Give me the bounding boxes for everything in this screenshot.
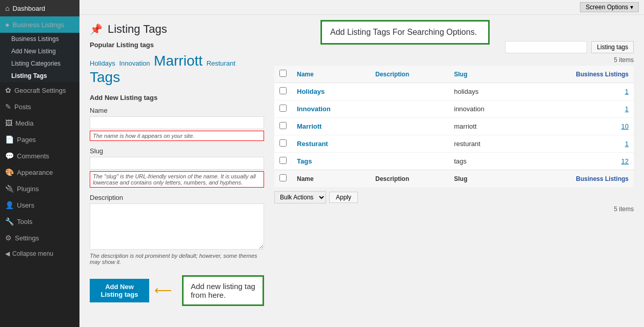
posts-icon: ✎ bbox=[5, 103, 11, 111]
sidebar-item-users[interactable]: 👤 Users bbox=[0, 197, 79, 213]
tag-innovation[interactable]: Innovation bbox=[119, 59, 150, 67]
sidebar-sub-add-new[interactable]: Add New Listing bbox=[0, 45, 79, 57]
dashboard-icon: ⌂ bbox=[5, 4, 9, 12]
sidebar-item-pages[interactable]: 📄 Pages bbox=[0, 131, 79, 148]
tag-marriott[interactable]: Marriott bbox=[154, 53, 203, 69]
listing-tags-search-button[interactable]: Listing tags bbox=[591, 41, 634, 53]
page-title: Listing Tags bbox=[108, 23, 167, 36]
row-checkbox-cell bbox=[274, 83, 292, 100]
desc-textarea[interactable] bbox=[90, 203, 264, 250]
table-body: Holidays holidays 1 Innovation innovatio… bbox=[274, 83, 634, 170]
row-checkbox-cell bbox=[274, 135, 292, 153]
slug-input[interactable] bbox=[90, 157, 264, 170]
sidebar-item-plugins[interactable]: 🔌 Plugins bbox=[0, 180, 79, 197]
sidebar-item-posts[interactable]: ✎ Posts bbox=[0, 98, 79, 115]
popular-tags-title: Popular Listing tags bbox=[90, 41, 264, 49]
right-col: Listing tags 5 items Name Description Sl… bbox=[274, 41, 634, 306]
name-field-group: Name The name is how it appears on your … bbox=[90, 107, 264, 141]
sidebar-sub-business-listings[interactable]: Business Listings bbox=[0, 33, 79, 45]
row-name: Holidays bbox=[292, 83, 370, 100]
add-new-listing-tags-button[interactable]: Add New Listing tags bbox=[90, 279, 149, 302]
col-name-footer: Name bbox=[292, 170, 370, 188]
row-description bbox=[370, 153, 449, 170]
sidebar-item-business-listings[interactable]: ● Business Listings bbox=[0, 16, 79, 33]
row-description bbox=[370, 135, 449, 153]
tag-resturant[interactable]: Resturant bbox=[207, 59, 235, 67]
bulk-actions-select[interactable]: Bulk Actions bbox=[274, 191, 326, 203]
business-listings-icon: ● bbox=[5, 21, 9, 29]
form-section-title: Add New Listing tags bbox=[90, 94, 264, 101]
sidebar-sub-listing-categories[interactable]: Listing Categories bbox=[0, 57, 79, 70]
row-checkbox-cell bbox=[274, 118, 292, 135]
slug-hint: The "slug" is the URL-friendly version o… bbox=[90, 171, 264, 188]
table-header-row: Name Description Slug Business Listings bbox=[274, 66, 634, 83]
desc-hint: The description is not prominent by defa… bbox=[90, 253, 264, 265]
arrow-icon: ⟵ bbox=[154, 283, 172, 298]
add-btn-row: Add New Listing tags ⟵ Add new listing t… bbox=[90, 275, 264, 306]
appearance-icon: 🎨 bbox=[5, 168, 14, 176]
tag-holidays[interactable]: Holidays bbox=[90, 59, 115, 67]
left-col: Popular Listing tags Holidays Innovation… bbox=[90, 41, 264, 306]
settings-icon: ⚙ bbox=[5, 234, 12, 242]
tag-tags[interactable]: Tags bbox=[90, 69, 120, 85]
select-all-footer bbox=[274, 170, 292, 188]
sidebar-submenu-business: Business Listings Add New Listing Listin… bbox=[0, 33, 79, 82]
bulk-actions-row: Bulk Actions Apply bbox=[274, 191, 634, 203]
media-icon: 🖼 bbox=[5, 119, 12, 127]
collapse-menu[interactable]: ◀ Collapse menu bbox=[0, 246, 79, 261]
row-checkbox[interactable] bbox=[279, 139, 287, 147]
row-slug: resturant bbox=[449, 135, 521, 153]
row-checkbox[interactable] bbox=[279, 157, 287, 164]
pages-icon: 📄 bbox=[5, 135, 14, 144]
row-checkbox[interactable] bbox=[279, 87, 287, 94]
row-slug: marriott bbox=[449, 118, 521, 135]
col-slug-header: Slug bbox=[449, 66, 521, 83]
row-checkbox[interactable] bbox=[279, 105, 287, 112]
row-checkbox-cell bbox=[274, 100, 292, 118]
topbar: Screen Options ▾ bbox=[79, 0, 644, 15]
desc-field-group: Description The description is not promi… bbox=[90, 194, 264, 265]
sidebar-item-media[interactable]: 🖼 Media bbox=[0, 115, 79, 131]
col-slug-footer: Slug bbox=[449, 170, 521, 188]
row-name: Marriott bbox=[292, 118, 370, 135]
popular-tags-section: Popular Listing tags Holidays Innovation… bbox=[90, 41, 264, 86]
comments-icon: 💬 bbox=[5, 152, 14, 160]
popular-tags-list: Holidays Innovation Marriott Resturant T… bbox=[90, 53, 264, 86]
select-all-checkbox[interactable] bbox=[279, 70, 287, 77]
row-slug: holidays bbox=[449, 83, 521, 100]
row-slug: innovation bbox=[449, 100, 521, 118]
table-row: Holidays holidays 1 bbox=[274, 83, 634, 100]
table-search-input[interactable] bbox=[505, 41, 587, 53]
col-name-header: Name bbox=[292, 66, 370, 83]
row-checkbox[interactable] bbox=[279, 122, 287, 129]
plugins-icon: 🔌 bbox=[5, 185, 14, 193]
col-biz-footer: Business Listings bbox=[521, 170, 634, 188]
sidebar-sub-listing-tags[interactable]: Listing Tags bbox=[0, 70, 79, 82]
screen-options-button[interactable]: Screen Options ▾ bbox=[580, 2, 639, 12]
row-business-count: 12 bbox=[521, 153, 634, 170]
slug-label: Slug bbox=[90, 147, 264, 155]
row-description bbox=[370, 118, 449, 135]
sidebar-item-appearance[interactable]: 🎨 Appearance bbox=[0, 164, 79, 180]
listing-tags-icon: 📌 bbox=[90, 23, 103, 35]
items-count-top: 5 items bbox=[274, 56, 634, 64]
row-slug: tags bbox=[449, 153, 521, 170]
sidebar-item-tools[interactable]: 🔧 Tools bbox=[0, 213, 79, 230]
sidebar-item-geocraft[interactable]: ✿ Geocraft Settings bbox=[0, 82, 79, 98]
select-all-footer-checkbox[interactable] bbox=[279, 174, 287, 181]
name-input[interactable] bbox=[90, 116, 264, 129]
main-content: Screen Options ▾ 📌 Listing Tags Add List… bbox=[79, 0, 644, 327]
tooltip-box-top: Add Listing Tags For Searching Options. bbox=[320, 20, 490, 45]
items-count-bottom: 5 items bbox=[274, 206, 634, 213]
add-btn-tooltip: Add new listing tag from here. bbox=[182, 275, 264, 306]
table-footer-row: Name Description Slug Business Listings bbox=[274, 170, 634, 188]
name-hint: The name is how it appears on your site. bbox=[90, 131, 264, 141]
sidebar-item-dashboard[interactable]: ⌂ Dashboard bbox=[0, 0, 79, 16]
row-checkbox-cell bbox=[274, 153, 292, 170]
apply-button[interactable]: Apply bbox=[329, 192, 358, 203]
sidebar-item-settings[interactable]: ⚙ Settings bbox=[0, 230, 79, 246]
sidebar-item-comments[interactable]: 💬 Comments bbox=[0, 148, 79, 164]
row-business-count: 1 bbox=[521, 135, 634, 153]
row-business-count: 10 bbox=[521, 118, 634, 135]
listing-tags-table: Name Description Slug Business Listings … bbox=[274, 66, 634, 187]
